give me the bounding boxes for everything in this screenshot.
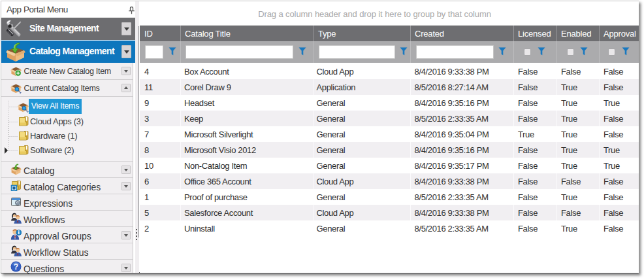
svg-text:?: ? (14, 262, 18, 271)
